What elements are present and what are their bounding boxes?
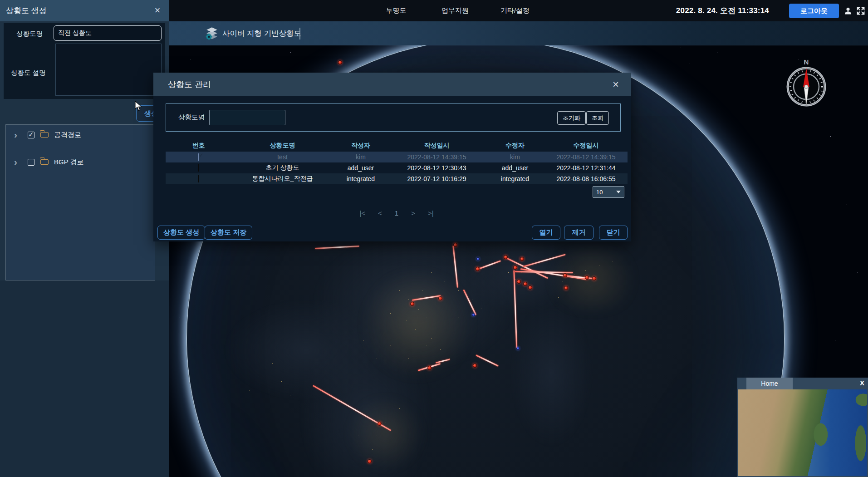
fullscreen-icon[interactable]	[856, 6, 865, 15]
map-manage-dialog: 상황도 관리 × 상황도명 초기화 조회 번호 상황도명 작성자 작성일시 수정…	[153, 73, 631, 241]
user-icon[interactable]	[843, 6, 853, 15]
nav-menu-etc-settings[interactable]: 기타/설정	[496, 0, 534, 21]
nav-menu-work-support[interactable]: 업무지원	[437, 0, 473, 21]
logout-button[interactable]: 로그아웃	[789, 4, 839, 18]
search-input[interactable]	[209, 110, 285, 125]
chevron-right-icon[interactable]: ›	[14, 130, 23, 139]
nav-menu-transparency[interactable]: 투명도	[378, 0, 414, 21]
table-header-row: 번호 상황도명 작성자 작성일시 수정자 수정일시	[166, 140, 628, 152]
col-name: 상황도명	[231, 142, 333, 150]
tree-item-attack-path[interactable]: › 공격경로	[14, 129, 81, 140]
minimap-window: Home X	[737, 378, 868, 477]
table-row[interactable]: 초기 상황도 add_user 2022-08-12 12:30:43 add_…	[166, 162, 628, 173]
search-label: 상황도명	[178, 113, 205, 122]
row-checkbox-checked[interactable]	[198, 153, 199, 161]
row-checkbox-unchecked[interactable]	[198, 175, 199, 182]
layer-tree: › 공격경로 › BGP 경로	[5, 124, 155, 280]
panel-header[interactable]: 상황도 생성 ×	[0, 0, 169, 21]
folder-icon	[40, 159, 49, 165]
toolbar-divider	[299, 28, 300, 39]
chevron-down-icon	[616, 191, 621, 193]
tree-item-label: BGP 경로	[54, 158, 84, 167]
cell-name: 통합시나리오_작전급	[231, 175, 333, 183]
page-size-select[interactable]: 10	[593, 186, 624, 198]
dialog-header[interactable]: 상황도 관리 ×	[153, 73, 631, 96]
next-page-button[interactable]: >	[411, 209, 415, 217]
page-size-value: 10	[596, 189, 603, 196]
cell-modifier: add_user	[485, 164, 544, 172]
col-number: 번호	[166, 142, 231, 150]
open-button[interactable]: 열기	[532, 226, 560, 240]
last-page-button[interactable]: >|	[428, 209, 434, 217]
city-glow	[345, 399, 427, 467]
cell-created: 2022-08-12 12:30:43	[388, 164, 485, 172]
map-desc-label: 상황도 설명	[11, 69, 46, 77]
save-map-button[interactable]: 상황도 저장	[205, 226, 252, 240]
cell-created: 2022-07-12 10:16:29	[388, 175, 485, 182]
query-button[interactable]: 조회	[586, 111, 609, 125]
cell-modified: 2022-08-12 14:39:15	[544, 153, 628, 161]
minimap-satellite-view[interactable]	[738, 389, 867, 476]
close-icon[interactable]: ×	[609, 78, 622, 91]
layers-gear-icon	[205, 26, 219, 40]
row-checkbox-unchecked[interactable]	[198, 164, 199, 172]
current-page[interactable]: 1	[395, 209, 398, 217]
folder-icon	[40, 132, 49, 138]
close-icon[interactable]: X	[860, 379, 864, 387]
cell-author: kim	[333, 153, 388, 161]
col-modifier: 수정자	[485, 142, 544, 150]
col-created: 작성일시	[388, 142, 485, 150]
cell-modified: 2022-08-08 16:06:55	[544, 175, 628, 182]
remove-button[interactable]: 제거	[564, 226, 593, 240]
checkbox-unchecked-icon[interactable]	[28, 159, 34, 166]
minimap-home-tab[interactable]: Home	[746, 378, 793, 389]
city-glow	[358, 272, 476, 377]
city-glow	[540, 250, 644, 309]
close-button[interactable]: 닫기	[599, 226, 628, 240]
cell-modifier: integrated	[485, 175, 544, 182]
create-map-form: 상황도명 상황도 설명	[4, 23, 165, 99]
cell-modified: 2022-08-12 12:31:44	[544, 164, 628, 172]
cell-author: add_user	[333, 164, 388, 172]
map-name-label: 상황도명	[16, 30, 43, 38]
checkbox-checked-icon[interactable]	[28, 132, 34, 138]
panel-lower-area	[0, 280, 169, 477]
panel-title: 상황도 생성	[6, 5, 47, 16]
cell-name: 초기 상황도	[231, 164, 333, 172]
create-map-panel: 상황도 생성 × 상황도명 상황도 설명 생성 › 공격경로 › BGP 경로	[0, 0, 169, 477]
col-modified: 수정일시	[544, 142, 628, 150]
app-root: 투명도 업무지원 기타/설정 2022. 8. 24. 오전 11:33:14 …	[0, 0, 868, 477]
top-nav-bar: 투명도 업무지원 기타/설정 2022. 8. 24. 오전 11:33:14 …	[169, 0, 868, 21]
cell-modifier: kim	[485, 153, 544, 161]
close-icon[interactable]: ×	[152, 5, 163, 16]
toolbar-title: 사이버 지형 기반상황도	[222, 21, 301, 45]
map-list-table: 번호 상황도명 작성자 작성일시 수정자 수정일시 test kim 2022-…	[166, 140, 628, 184]
table-row[interactable]: 통합시나리오_작전급 integrated 2022-07-12 10:16:2…	[166, 173, 628, 184]
minimap-header[interactable]: Home X	[737, 378, 868, 389]
prev-page-button[interactable]: <	[378, 209, 382, 217]
compass-north-label: N	[804, 58, 809, 66]
map-desc-textarea[interactable]	[55, 44, 162, 96]
create-map-button[interactable]: 상황도 생성	[157, 226, 205, 240]
map-toolbar: 사이버 지형 기반상황도	[169, 21, 868, 45]
chevron-right-icon[interactable]: ›	[14, 157, 23, 167]
col-author: 작성자	[333, 142, 388, 150]
cell-created: 2022-08-12 14:39:15	[388, 153, 485, 161]
first-page-button[interactable]: |<	[359, 209, 365, 217]
datetime-display: 2022. 8. 24. 오전 11:33:14	[676, 0, 769, 21]
pagination: |< < 1 > >|	[166, 207, 628, 219]
reset-button[interactable]: 초기화	[557, 111, 586, 125]
cell-name: test	[231, 153, 333, 161]
dialog-title: 상황도 관리	[168, 73, 211, 96]
tree-item-bgp-path[interactable]: › BGP 경로	[14, 157, 84, 167]
compass-widget[interactable]: N	[781, 58, 831, 110]
table-row[interactable]: test kim 2022-08-12 14:39:15 kim 2022-08…	[166, 152, 628, 162]
search-panel: 상황도명 초기화 조회	[166, 103, 621, 132]
tree-item-label: 공격경로	[54, 131, 81, 139]
map-name-input[interactable]	[54, 25, 162, 41]
cell-author: integrated	[333, 175, 388, 182]
